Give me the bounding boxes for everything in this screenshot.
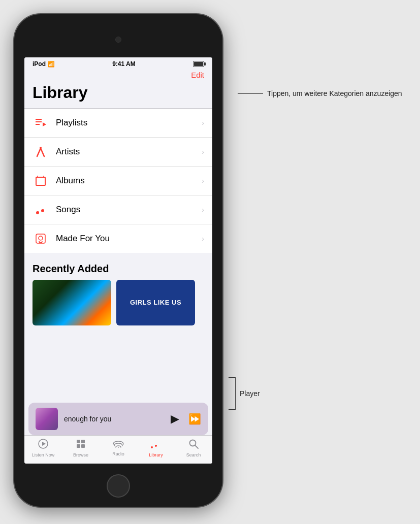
home-button[interactable] [107, 474, 130, 498]
player-artwork [36, 408, 58, 430]
edit-callout: Tippen, um weitere Kategorien anzuzeigen [238, 88, 402, 99]
svg-line-4 [37, 148, 41, 156]
search-icon [188, 439, 199, 451]
device-screen: iPod 📶 9:41 AM Edit Library [24, 57, 212, 464]
library-label: Library [149, 452, 163, 457]
status-bar: iPod 📶 9:41 AM [24, 57, 212, 70]
library-item-artists[interactable]: Artists › [24, 138, 212, 167]
svg-point-19 [118, 447, 119, 448]
tab-search[interactable]: Search [175, 439, 212, 457]
carrier-label: iPod [33, 60, 46, 68]
library-icon [151, 439, 161, 451]
artists-chevron: › [202, 148, 204, 156]
search-label: Search [186, 452, 201, 457]
svg-line-5 [41, 148, 44, 156]
radio-label: Radio [112, 451, 124, 456]
page-title-section: Library [24, 83, 212, 108]
time-label: 9:41 AM [112, 60, 136, 68]
svg-rect-18 [81, 444, 85, 448]
recently-added-section: Recently Added GIRLS LIKE US [24, 253, 212, 330]
wifi-icon: 📶 [48, 61, 55, 68]
device-shell: iPod 📶 9:41 AM Edit Library [14, 14, 222, 507]
fast-forward-button[interactable]: ⏩ [188, 413, 201, 425]
artists-label: Artists [56, 147, 202, 157]
recently-added-heading: Recently Added [33, 263, 204, 275]
album-thumb-1[interactable] [33, 280, 111, 325]
player-callout-bracket [229, 377, 236, 410]
play-button[interactable]: ▶ [171, 412, 179, 425]
album-grid: GIRLS LIKE US [33, 280, 204, 325]
library-item-songs[interactable]: Songs › [24, 195, 212, 224]
svg-rect-7 [36, 177, 45, 185]
playlists-chevron: › [202, 119, 204, 127]
player-callout-text: Player [240, 389, 260, 398]
tab-library[interactable]: Library [137, 439, 175, 457]
songs-icon [33, 202, 49, 218]
tab-radio[interactable]: Radio [100, 439, 137, 456]
made-for-you-label: Made For You [56, 234, 202, 244]
svg-rect-17 [77, 444, 80, 448]
tab-browse[interactable]: Browse [62, 439, 100, 457]
playlists-label: Playlists [56, 118, 202, 128]
svg-rect-11 [36, 234, 45, 243]
player-callout: Player [229, 377, 260, 410]
page-title: Library [33, 83, 204, 102]
tab-bar: Listen Now Browse [24, 435, 212, 464]
svg-marker-3 [43, 122, 46, 126]
svg-marker-14 [42, 442, 46, 446]
player-info: enough for you [64, 415, 171, 423]
library-item-playlists[interactable]: Playlists › [24, 109, 212, 138]
library-list: Playlists › Artists › [24, 108, 212, 253]
browse-icon [76, 439, 86, 451]
browse-label: Browse [73, 452, 88, 457]
listen-now-icon [38, 439, 48, 451]
album-thumb-2[interactable]: GIRLS LIKE US [116, 280, 195, 325]
library-item-made-for-you[interactable]: Made For You › [24, 224, 212, 253]
player-controls: ▶ ⏩ [171, 412, 201, 425]
svg-point-6 [40, 147, 42, 149]
edit-button[interactable]: Edit [191, 71, 204, 79]
svg-rect-16 [81, 440, 85, 443]
front-camera [115, 37, 121, 43]
page-header: Edit [24, 70, 212, 83]
made-for-you-chevron: › [202, 235, 204, 243]
tab-listen-now[interactable]: Listen Now [24, 439, 62, 457]
made-for-you-icon [33, 231, 49, 247]
edit-callout-text: Tippen, um weitere Kategorien anzuzeigen [267, 88, 402, 99]
listen-now-label: Listen Now [32, 452, 55, 457]
library-item-albums[interactable]: Albums › [24, 167, 212, 195]
radio-icon [113, 439, 124, 450]
songs-label: Songs [56, 205, 202, 215]
player-bar[interactable]: enough for you ▶ ⏩ [28, 403, 208, 435]
artists-icon [33, 144, 49, 160]
player-title: enough for you [64, 415, 171, 423]
albums-label: Albums [56, 176, 202, 186]
albums-icon [33, 173, 49, 189]
battery-icon [193, 61, 204, 67]
svg-line-21 [195, 445, 198, 448]
songs-chevron: › [202, 206, 204, 214]
svg-rect-15 [77, 440, 80, 443]
edit-callout-line [238, 93, 263, 94]
playlists-icon [33, 115, 49, 131]
svg-point-12 [39, 236, 43, 240]
albums-chevron: › [202, 177, 204, 185]
